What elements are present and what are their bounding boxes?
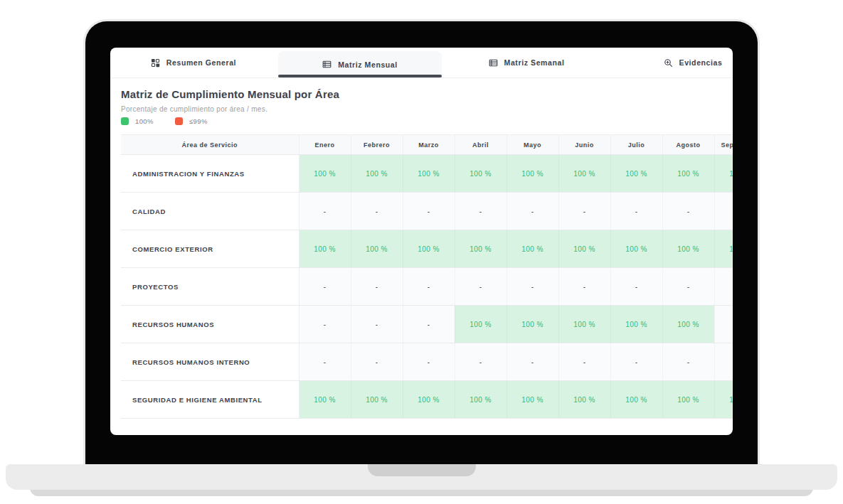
matrix-cell: 100 % <box>403 381 455 419</box>
matrix-cell: 100 % <box>507 230 558 268</box>
page-subtitle: Porcentaje de cumplimiento por área / me… <box>121 105 733 113</box>
month-header-septiembre: Septiembre <box>714 135 733 155</box>
table-row: RECURSOS HUMANOS---100 %100 %100 %100 %1… <box>121 306 733 343</box>
table-row: COMERCIO EXTERIOR100 %100 %100 %100 %100… <box>121 230 733 268</box>
matrix-cell: - <box>558 193 610 230</box>
table-row: ADMINISTRACION Y FINANZAS100 %100 %100 %… <box>121 155 733 193</box>
matrix-cell: 100 % <box>351 155 403 193</box>
area-name: ADMINISTRACION Y FINANZAS <box>121 155 299 193</box>
matrix-cell: - <box>403 193 455 230</box>
main-content: Matriz de Cumplimiento Mensual por Área … <box>110 88 733 419</box>
matrix-cell: - <box>351 306 403 343</box>
matrix-cell: 100 % <box>455 306 507 343</box>
tab-bar: Resumen GeneralMatriz MensualMatriz Sema… <box>110 48 733 78</box>
area-name: RECURSOS HUMANOS <box>121 306 299 343</box>
month-header-julio: Julio <box>610 135 662 155</box>
legend-swatch <box>121 117 129 125</box>
page-background: Resumen GeneralMatriz MensualMatriz Sema… <box>0 0 843 504</box>
tab-label: Matriz Mensual <box>338 60 398 69</box>
area-name: SEGURIDAD E HIGIENE AMBIENTAL <box>121 381 299 419</box>
area-name: PROYECTOS <box>121 268 299 306</box>
tab-matriz-semanal[interactable]: Matriz Semanal <box>443 48 610 77</box>
matrix-cell: - <box>662 343 714 381</box>
area-column-header: Área de Servicio <box>121 135 299 155</box>
table-rows-icon <box>322 60 332 69</box>
table-row: RECURSOS HUMANOS INTERNO--------- <box>121 343 733 381</box>
matrix-cell: 100 % <box>558 381 610 419</box>
table-row: CALIDAD--------- <box>121 193 733 230</box>
tab-evidencias[interactable]: Evidencias <box>610 48 733 77</box>
matrix-cell: 100 % <box>662 155 714 193</box>
matrix-cell: 100 % <box>351 230 403 268</box>
app-window: Resumen GeneralMatriz MensualMatriz Sema… <box>110 48 733 435</box>
matrix-cell: 100 % <box>558 306 610 343</box>
tab-label: Matriz Semanal <box>504 58 565 67</box>
table-row: PROYECTOS--------- <box>121 268 733 306</box>
matrix-cell: 100 % <box>403 155 455 193</box>
matrix-cell: 100 % <box>299 155 351 193</box>
matrix-cell: - <box>455 193 507 230</box>
table-rows-icon <box>489 58 498 68</box>
matrix-cell: - <box>299 193 351 230</box>
matrix-cell: 100 % <box>610 381 662 419</box>
month-header-agosto: Agosto <box>662 135 714 155</box>
matrix-cell: 100 % <box>507 155 558 193</box>
legend-item: 100% <box>121 117 154 125</box>
month-header-mayo: Mayo <box>507 135 558 155</box>
matrix-cell: - <box>610 193 662 230</box>
matrix-cell: - <box>558 268 610 306</box>
matrix-cell: - <box>714 343 733 381</box>
month-header-abril: Abril <box>455 135 507 155</box>
matrix-cell: 100 % <box>714 155 733 193</box>
tab-list: Resumen GeneralMatriz MensualMatriz Sema… <box>110 48 733 77</box>
matrix-cell: 100 % <box>662 381 714 419</box>
matrix-cell: 100 % <box>455 155 507 193</box>
matrix-cell: - <box>299 343 351 381</box>
legend-label: ≤99% <box>189 117 208 125</box>
tab-label: Evidencias <box>679 58 723 67</box>
matrix-cell: 100 % <box>558 155 610 193</box>
matrix-cell: - <box>507 193 558 230</box>
tab-matriz-mensual[interactable]: Matriz Mensual <box>278 51 442 77</box>
zoom-in-icon <box>664 58 673 68</box>
month-header-enero: Enero <box>299 135 351 155</box>
laptop-base <box>6 464 837 490</box>
legend-swatch <box>175 117 183 125</box>
matrix-cell: - <box>351 268 403 306</box>
matrix-cell: 100 % <box>714 381 733 419</box>
matrix-cell: - <box>507 343 558 381</box>
table-header: Área de ServicioEneroFebreroMarzoAbrilMa… <box>121 135 733 155</box>
legend-label: 100% <box>135 117 154 125</box>
compliance-table: Área de ServicioEneroFebreroMarzoAbrilMa… <box>121 134 733 419</box>
matrix-cell: - <box>714 306 733 343</box>
page-title: Matriz de Cumplimiento Mensual por Área <box>121 88 733 100</box>
matrix-cell: - <box>662 193 714 230</box>
legend-item: ≤99% <box>175 117 208 125</box>
matrix-cell: 100 % <box>714 230 733 268</box>
matrix-cell: - <box>714 268 733 306</box>
matrix-cell: - <box>403 306 455 343</box>
matrix-cell: 100 % <box>403 230 455 268</box>
matrix-cell: - <box>558 343 610 381</box>
month-header-febrero: Febrero <box>351 135 403 155</box>
matrix-cell: - <box>455 268 507 306</box>
matrix-cell: - <box>662 268 714 306</box>
matrix-cell: - <box>714 193 733 230</box>
matrix-cell: - <box>403 343 455 381</box>
matrix-cell: 100 % <box>507 306 558 343</box>
compliance-table-wrap: Área de ServicioEneroFebreroMarzoAbrilMa… <box>121 134 733 419</box>
tab-resumen-general[interactable]: Resumen General <box>110 48 277 77</box>
area-name: COMERCIO EXTERIOR <box>121 230 299 268</box>
matrix-cell: 100 % <box>610 306 662 343</box>
matrix-cell: 100 % <box>455 381 507 419</box>
matrix-cell: 100 % <box>558 230 610 268</box>
month-header-junio: Junio <box>558 135 610 155</box>
area-name: CALIDAD <box>121 193 299 230</box>
table-body: ADMINISTRACION Y FINANZAS100 %100 %100 %… <box>121 155 733 419</box>
matrix-cell: - <box>610 268 662 306</box>
matrix-cell: 100 % <box>662 230 714 268</box>
laptop-screen: Resumen GeneralMatriz MensualMatriz Sema… <box>85 21 758 467</box>
table-row: SEGURIDAD E HIGIENE AMBIENTAL100 %100 %1… <box>121 381 733 419</box>
matrix-cell: 100 % <box>299 230 351 268</box>
matrix-cell: 100 % <box>351 381 403 419</box>
